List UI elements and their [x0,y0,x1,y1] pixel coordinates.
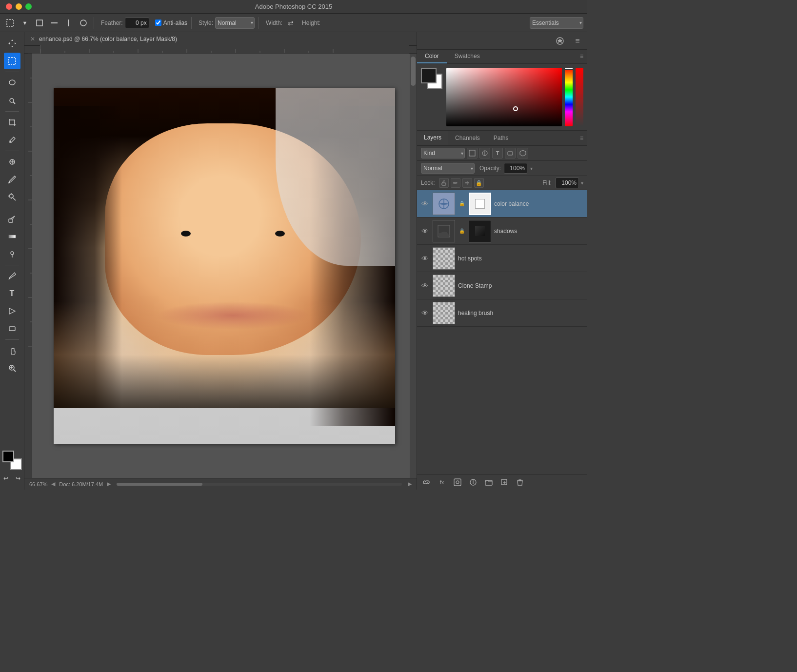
layers-panel-menu-btn[interactable]: ≡ [576,132,587,144]
layer-item-healing-brush[interactable]: 👁 healing brush [417,299,587,327]
alpha-slider[interactable] [576,68,583,126]
history-step-back[interactable]: ↩ [0,473,11,484]
document-tab: ✕ enhance.psd @ 66.7% (color balance, La… [24,32,417,46]
essentials-select-wrap: Essentials Photography Painting [530,17,583,29]
layer-name-clone-stamp: Clone Stamp [458,282,584,289]
canvas-image[interactable] [54,88,395,444]
lock-all-btn[interactable]: 🔒 [474,178,484,188]
style-select[interactable]: Normal Fixed Ratio Fixed Size [215,17,255,29]
layer-name-color-balance: color balance [494,200,584,207]
kind-type-icon[interactable]: T [492,148,503,158]
new-layer-btn[interactable] [499,477,510,488]
add-mask-btn[interactable] [452,477,463,488]
kind-shape-icon[interactable] [505,148,516,158]
gradient-tool[interactable] [4,228,20,245]
single-row-icon[interactable] [48,17,60,29]
history-step-forward[interactable]: ↪ [13,473,23,484]
layer-visibility-shadows[interactable]: 👁 [420,226,430,236]
svg-point-11 [10,99,14,102]
close-document-tab[interactable]: ✕ [30,36,35,42]
toolbar-arrow-icon[interactable]: ▼ [19,17,31,29]
fg-color-swatch[interactable] [2,451,14,462]
kind-pixel-icon[interactable] [467,148,478,158]
layer-visibility-hot-spots[interactable]: 👁 [420,254,430,263]
delete-layer-btn[interactable] [515,477,525,488]
statusbar-arrow-right[interactable]: ▶ [107,481,111,487]
blend-mode-select[interactable]: Normal Dissolve Multiply Screen Overlay [421,163,475,174]
zoom-tool[interactable] [4,360,20,376]
statusbar-arrow-left[interactable]: ◀ [51,481,55,487]
add-link-btn[interactable] [421,477,432,488]
shape-tool[interactable] [4,320,20,337]
layer-visibility-clone-stamp[interactable]: 👁 [420,281,430,291]
crop-tool[interactable] [4,114,20,131]
lock-position-btn[interactable]: ✛ [462,178,472,188]
fx-btn[interactable]: fx [437,477,447,488]
move-tool[interactable] [4,35,20,52]
dodge-tool[interactable] [4,246,20,262]
style-select-wrap: Normal Fixed Ratio Fixed Size [215,17,255,29]
layers-tab[interactable]: Layers [417,131,448,145]
kind-select[interactable]: Kind Name Effect Mode Attribute Color [421,148,465,158]
layer-item-hot-spots[interactable]: 👁 hot spots [417,245,587,272]
layer-visibility-healing-brush[interactable]: 👁 [420,308,430,318]
layer-item-clone-stamp[interactable]: 👁 Clone Stamp [417,272,587,299]
healing-brush-tool[interactable] [4,154,20,170]
eraser-tool[interactable] [4,211,20,227]
swap-dimensions-icon[interactable]: ⇄ [284,17,297,29]
ellipse-marquee-icon[interactable] [77,17,90,29]
quick-selection-tool[interactable] [4,92,20,109]
close-button[interactable] [6,3,12,10]
svg-point-4 [80,20,86,26]
layer-name-hot-spots: hot spots [458,255,584,262]
panel-menu-icon[interactable]: ≡ [572,35,583,47]
essentials-select[interactable]: Essentials Photography Painting [530,17,583,29]
layer-item-color-balance[interactable]: 👁 🔒 color balance [417,190,587,217]
lock-pixels-btn[interactable] [439,178,449,188]
svg-rect-19 [9,219,13,222]
color-field[interactable] [446,68,562,126]
path-select-tool[interactable] [4,303,20,319]
antialias-checkbox[interactable] [155,20,161,26]
hand-tool[interactable] [4,342,20,359]
brush-tool[interactable] [4,171,20,188]
swatches-tab[interactable]: Swatches [447,50,488,63]
clone-stamp-tool[interactable] [4,189,20,205]
play-button[interactable]: ▶ [408,481,412,487]
single-col-icon[interactable] [62,17,75,29]
lasso-tool[interactable] [4,75,20,91]
minimize-button[interactable] [16,3,22,10]
lock-painting-btn[interactable]: ✏ [451,178,460,188]
pen-tool[interactable] [4,268,20,284]
color-panel-menu[interactable]: ≡ [576,50,587,63]
svg-rect-55 [469,150,475,156]
canvas-scrollbar-v[interactable] [410,54,417,478]
fill-input[interactable] [556,178,579,188]
opacity-input[interactable] [504,163,527,174]
eyedropper-tool[interactable] [4,132,20,148]
selection-tool-icon[interactable] [4,17,17,29]
opacity-arrow[interactable]: ▾ [530,166,533,171]
paths-tab[interactable]: Paths [487,131,516,145]
marquee-tool[interactable] [4,53,20,69]
fill-arrow[interactable]: ▾ [581,180,583,186]
kind-adjustment-icon[interactable] [479,148,490,158]
svg-rect-0 [7,20,14,26]
layer-item-shadows[interactable]: 👁 🔒 shadows [417,217,587,245]
type-tool[interactable]: T [4,285,20,302]
channels-tab[interactable]: Channels [448,131,487,145]
fg-color-box[interactable] [421,68,437,83]
layer-visibility-color-balance[interactable]: 👁 [420,199,430,209]
maximize-button[interactable] [25,3,32,10]
color-tab[interactable]: Color [417,50,447,63]
layer-mask-thumb-2 [469,220,491,242]
adjust-icon[interactable] [554,35,566,47]
canvas-scroll-thumb[interactable] [411,57,416,86]
canvas-statusbar: 66.67% ◀ Doc: 6.20M/17.4M ▶ ▶ [24,478,417,490]
new-adjustment-btn[interactable] [468,477,478,488]
square-marquee-icon[interactable] [33,17,46,29]
feather-input[interactable] [125,18,149,28]
kind-smartobj-icon[interactable] [518,148,528,158]
new-group-btn[interactable] [483,477,494,488]
hue-slider[interactable] [565,68,573,126]
